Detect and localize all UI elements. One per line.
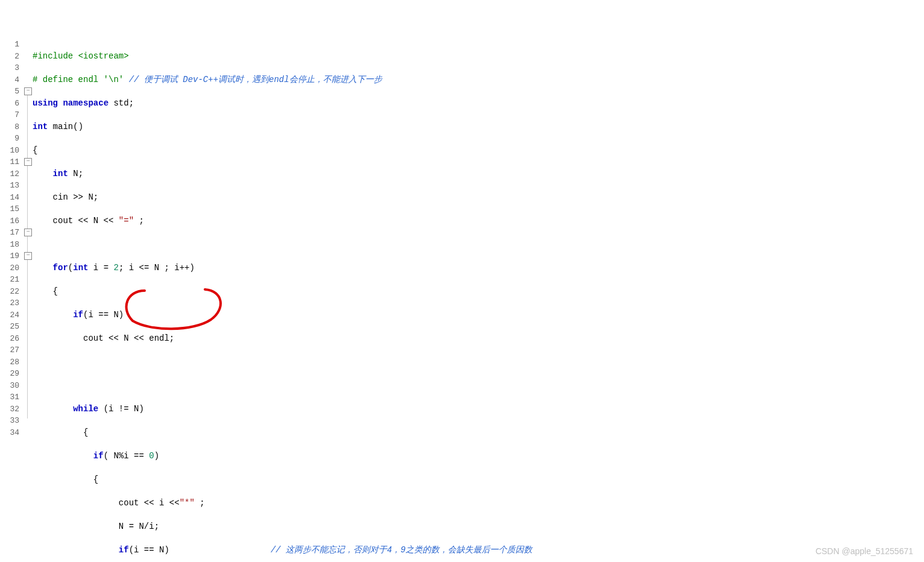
code-line: using namespace std; bbox=[33, 98, 924, 110]
code-area[interactable]: #include <iostream> # define endl '\n' /… bbox=[33, 39, 924, 562]
code-line: if(i == N) bbox=[33, 309, 924, 321]
code-line: int main() bbox=[33, 121, 924, 133]
fold-toggle[interactable]: − bbox=[24, 229, 32, 236]
code-line: { bbox=[33, 286, 924, 298]
code-line: int N; bbox=[33, 168, 924, 180]
code-line bbox=[33, 380, 924, 392]
code-line: cin >> N; bbox=[33, 192, 924, 204]
code-line: cout << i <<"*" ; bbox=[33, 497, 924, 510]
code-line: # define endl '\n' // 便于调试 Dev-C++调试时，遇到… bbox=[33, 74, 924, 86]
fold-toggle[interactable]: − bbox=[24, 87, 32, 95]
code-line: if(i == N) // 这两步不能忘记，否则对于4，9之类的数，会缺失最后一… bbox=[33, 545, 924, 557]
code-line: while (i != N) bbox=[33, 403, 924, 415]
code-line: N = N/i; bbox=[33, 521, 924, 533]
fold-toggle[interactable]: − bbox=[24, 252, 32, 260]
code-line: #include <iostream> bbox=[33, 51, 924, 63]
code-line: cout << N << "=" ; bbox=[33, 215, 924, 227]
code-line bbox=[33, 239, 924, 251]
watermark: CSDN @apple_51255671 bbox=[816, 546, 913, 556]
code-line: { bbox=[33, 427, 924, 439]
code-line: cout << N << endl; bbox=[33, 333, 924, 345]
code-line: if( N%i == 0) bbox=[33, 450, 924, 463]
code-line: { bbox=[33, 145, 924, 157]
fold-toggle[interactable]: − bbox=[24, 158, 32, 166]
code-editor[interactable]: 1234567891011121314151617181920212223242… bbox=[0, 39, 924, 562]
code-line: { bbox=[33, 474, 924, 486]
fold-gutter: −−−− bbox=[23, 39, 33, 562]
code-line: for(int i = 2; i <= N ; i++) bbox=[33, 262, 924, 274]
line-number-gutter: 1234567891011121314151617181920212223242… bbox=[0, 39, 23, 562]
code-line bbox=[33, 356, 924, 368]
